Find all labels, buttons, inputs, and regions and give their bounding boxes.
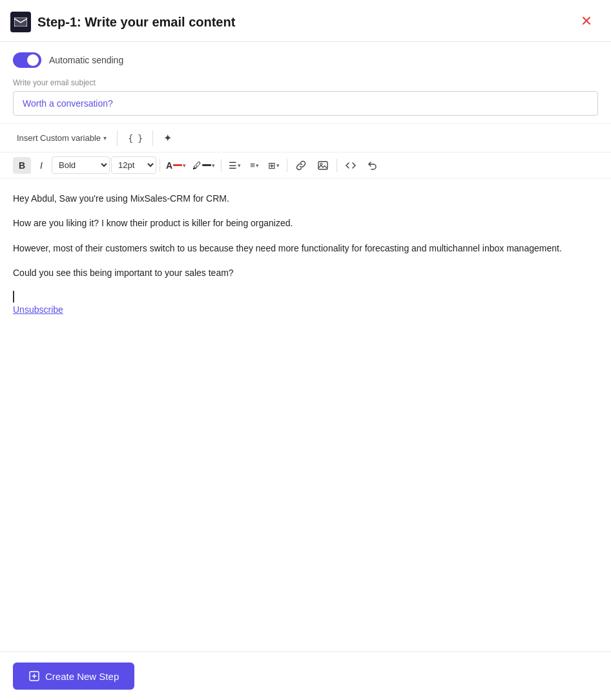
ordered-list-button[interactable]: ≡ ▾	[246, 158, 263, 173]
braces-icon: { }	[128, 133, 142, 143]
text-color-indicator	[173, 164, 182, 166]
highlight-indicator	[202, 164, 211, 166]
automatic-sending-toggle[interactable]	[13, 52, 41, 68]
table-icon: ⊞	[268, 160, 276, 171]
editor-line-1: Hey Abdul, Saw you're using MixSales-CRM…	[13, 191, 598, 206]
editor-line-4: Could you see this being important to yo…	[13, 266, 598, 280]
editor-cursor-line	[13, 291, 598, 302]
font-family-select[interactable]: Bold Normal Light	[52, 156, 110, 174]
braces-button[interactable]: { }	[124, 131, 146, 146]
fmt-divider-2	[221, 159, 222, 172]
unordered-list-icon: ☰	[229, 160, 237, 171]
ordered-list-icon: ≡	[250, 160, 255, 170]
create-step-label: Create New Step	[45, 671, 119, 682]
unsubscribe-link[interactable]: Unsubscribe	[13, 304, 63, 315]
undo-icon	[368, 160, 378, 171]
create-new-step-button[interactable]: Create New Step	[13, 663, 134, 690]
text-cursor	[13, 291, 14, 302]
font-size-select[interactable]: 8pt 10pt 11pt 12pt 14pt 16pt 18pt 24pt	[111, 156, 156, 174]
table-button[interactable]: ⊞ ▾	[264, 158, 284, 173]
email-icon	[10, 12, 31, 32]
bold-button[interactable]: B	[13, 157, 31, 174]
text-color-button[interactable]: A ▾	[163, 158, 189, 173]
page-title: Step-1: Write your email content	[37, 15, 235, 30]
editor-line-2: How are you liking it? I know their prod…	[13, 216, 598, 230]
svg-rect-2	[318, 162, 327, 169]
text-color-chevron: ▾	[183, 162, 186, 169]
image-button[interactable]	[313, 157, 333, 174]
sparkle-button[interactable]: ✦	[160, 129, 176, 147]
header: Step-1: Write your email content	[0, 0, 611, 42]
editor-area[interactable]: Hey Abdul, Saw you're using MixSales-CRM…	[0, 178, 611, 502]
subject-label: Write your email subject	[13, 78, 598, 87]
chevron-down-icon: ▾	[103, 134, 107, 142]
svg-point-3	[320, 163, 322, 165]
fmt-divider-4	[337, 159, 337, 172]
fmt-divider-1	[160, 159, 160, 172]
italic-button[interactable]: I	[32, 157, 50, 174]
close-button[interactable]	[575, 12, 598, 32]
link-icon	[296, 160, 306, 171]
footer: Create New Step	[0, 652, 611, 700]
link-button[interactable]	[291, 157, 311, 174]
code-button[interactable]	[340, 157, 361, 174]
image-icon	[318, 160, 328, 171]
editor-line-3: However, most of their customers switch …	[13, 241, 598, 255]
toolbar-row: Insert Custom variable ▾ { } ✦	[0, 123, 611, 153]
toggle-label: Automatic sending	[49, 55, 123, 65]
toolbar-divider-2	[152, 131, 153, 146]
sparkle-icon: ✦	[163, 132, 172, 144]
text-color-icon: A	[166, 160, 172, 171]
header-left: Step-1: Write your email content	[10, 12, 235, 32]
svg-rect-0	[14, 17, 27, 27]
toggle-row: Automatic sending	[0, 42, 611, 78]
subject-input[interactable]	[13, 91, 598, 116]
highlight-chevron: ▾	[212, 162, 215, 169]
fmt-divider-3	[287, 159, 287, 172]
code-icon	[346, 160, 356, 171]
format-toolbar: B I Bold Normal Light 8pt 10pt 11pt 12pt…	[0, 153, 611, 178]
unordered-list-button[interactable]: ☰ ▾	[225, 158, 245, 173]
insert-custom-variable-dropdown[interactable]: Insert Custom variable ▾	[13, 131, 110, 145]
highlight-icon: 🖊	[192, 160, 202, 171]
highlight-color-button[interactable]: 🖊 ▾	[190, 158, 218, 173]
toolbar-divider-1	[117, 131, 118, 146]
insert-custom-variable-label: Insert Custom variable	[17, 133, 101, 143]
create-step-icon	[28, 670, 40, 682]
undo-button[interactable]	[362, 157, 383, 174]
subject-section: Write your email subject	[0, 78, 611, 123]
